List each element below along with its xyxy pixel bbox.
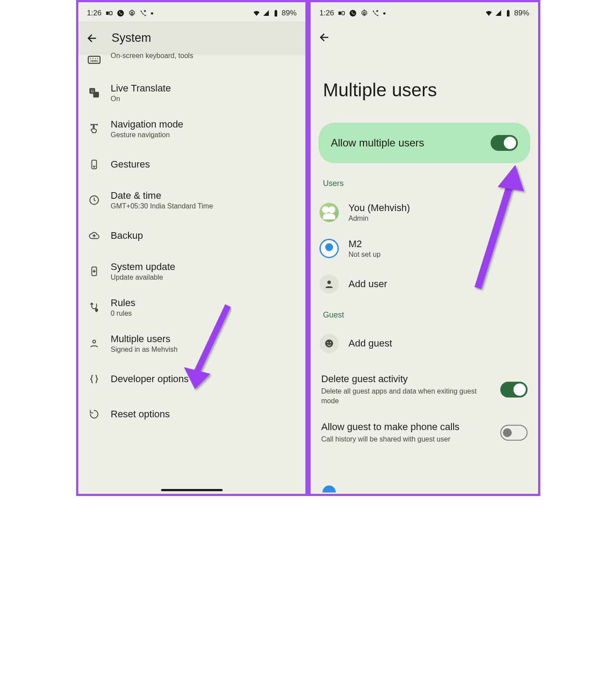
- svg-point-23: [327, 342, 329, 343]
- list-item-backup[interactable]: Backup: [78, 218, 306, 253]
- system-update-icon: [88, 266, 100, 277]
- allow-guest-calls-row[interactable]: Allow guest to make phone callsCall hist…: [311, 415, 538, 450]
- list-item-system-update[interactable]: System updateUpdate available: [78, 253, 306, 289]
- user-row-you[interactable]: You (Mehvish)Admin: [311, 194, 538, 230]
- allow-multiple-users-label: Allow multiple users: [331, 137, 424, 149]
- svg-rect-4: [275, 11, 277, 17]
- clock-icon: [88, 194, 100, 206]
- call-missed-icon: [139, 9, 147, 17]
- svg-rect-1: [109, 11, 112, 15]
- battery-icon: [504, 9, 512, 17]
- allow-multiple-users-card[interactable]: Allow multiple users: [319, 123, 530, 163]
- avatar-you: [319, 203, 339, 222]
- reset-icon: [88, 409, 100, 420]
- delete-guest-activity-row[interactable]: Delete guest activityDelete all guest ap…: [311, 367, 538, 412]
- list-item-developer-options[interactable]: Developer options: [78, 361, 306, 397]
- list-item-gestures[interactable]: Gestures: [78, 147, 306, 182]
- wifi-icon: [485, 9, 493, 17]
- svg-point-3: [131, 12, 133, 15]
- svg-point-21: [327, 281, 331, 284]
- avatar-m2: [319, 239, 339, 258]
- list-item-navigation-mode[interactable]: Navigation modeGesture navigation: [78, 111, 306, 147]
- svg-rect-15: [338, 11, 341, 15]
- add-user-row[interactable]: Add user: [311, 266, 538, 302]
- battery-icon: [272, 9, 280, 17]
- keyboard-icon: [87, 53, 101, 67]
- section-header-users: Users: [311, 175, 538, 194]
- notification-chip-icon: [105, 9, 113, 17]
- svg-point-24: [330, 342, 331, 343]
- translate-icon: G: [88, 87, 100, 99]
- phone-status-icon: [349, 9, 357, 17]
- gesture-icon: [88, 159, 100, 170]
- app-bar: System: [78, 22, 306, 55]
- signal-icon: [495, 9, 502, 17]
- list-item-keyboard[interactable]: On-screen keyboard, tools: [78, 52, 306, 75]
- system-settings-screen: 1:26 89% System On-screen keyb: [77, 1, 308, 495]
- gesture-nav-bar[interactable]: [161, 489, 223, 491]
- gear-status-icon: [128, 9, 136, 17]
- call-missed-icon: [372, 9, 380, 17]
- rules-icon: [88, 302, 100, 313]
- phone-status-icon: [117, 9, 125, 17]
- braces-icon: [88, 373, 100, 385]
- list-item-multiple-users[interactable]: Multiple usersSigned in as Mehvish: [78, 325, 306, 361]
- swipe-icon: [88, 123, 100, 135]
- svg-rect-20: [508, 10, 509, 11]
- guest-icon: [324, 338, 334, 349]
- status-bar: 1:26 89%: [311, 2, 538, 22]
- list-item-reset-options[interactable]: Reset options: [78, 397, 306, 432]
- back-arrow-icon[interactable]: [86, 32, 99, 44]
- list-item-rules[interactable]: Rules0 rules: [78, 289, 306, 325]
- notification-chip-icon: [337, 9, 345, 17]
- svg-point-13: [95, 309, 97, 310]
- allow-multiple-users-toggle[interactable]: [491, 135, 518, 151]
- svg-point-18: [363, 12, 366, 15]
- battery-percent: 89%: [282, 9, 297, 18]
- app-bar: [311, 22, 538, 53]
- wifi-icon: [253, 9, 260, 17]
- signal-icon: [262, 9, 270, 17]
- svg-text:G: G: [91, 89, 94, 93]
- svg-rect-16: [342, 11, 345, 15]
- keyboard-sub: On-screen keyboard, tools: [111, 52, 194, 59]
- battery-percent: 89%: [514, 9, 529, 18]
- back-arrow-icon[interactable]: [319, 31, 331, 44]
- status-bar: 1:26 89%: [78, 2, 306, 22]
- svg-rect-6: [88, 56, 100, 63]
- status-time: 1:26: [87, 9, 102, 18]
- svg-point-22: [325, 339, 333, 347]
- svg-point-14: [92, 340, 95, 343]
- allow-guest-calls-toggle[interactable]: [500, 425, 528, 441]
- svg-rect-19: [507, 11, 510, 17]
- gear-status-icon: [360, 9, 368, 17]
- svg-rect-8: [93, 92, 99, 98]
- person-add-icon: [324, 279, 334, 289]
- person-icon: [88, 338, 100, 349]
- list-item-date-time[interactable]: Date & timeGMT+05:30 India Standard Time: [78, 182, 306, 218]
- delete-guest-activity-toggle[interactable]: [500, 382, 528, 398]
- appbar-title: System: [112, 31, 151, 45]
- user-row-m2[interactable]: M2Not set up: [311, 230, 538, 266]
- svg-rect-5: [275, 10, 276, 11]
- notification-dot-icon: [383, 12, 385, 15]
- svg-point-17: [350, 10, 356, 17]
- svg-rect-0: [106, 11, 109, 15]
- list-item-live-translate[interactable]: G Live TranslateOn: [78, 75, 306, 111]
- svg-point-2: [117, 10, 124, 17]
- notification-dot-icon: [151, 12, 153, 15]
- cloud-upload-icon: [88, 230, 100, 241]
- multiple-users-screen: 1:26 89% Multiple users Allow multiple u…: [308, 1, 539, 495]
- page-title: Multiple users: [311, 53, 538, 114]
- status-time: 1:26: [319, 9, 334, 18]
- section-header-guest: Guest: [311, 302, 538, 326]
- add-guest-row[interactable]: Add guest: [311, 326, 538, 361]
